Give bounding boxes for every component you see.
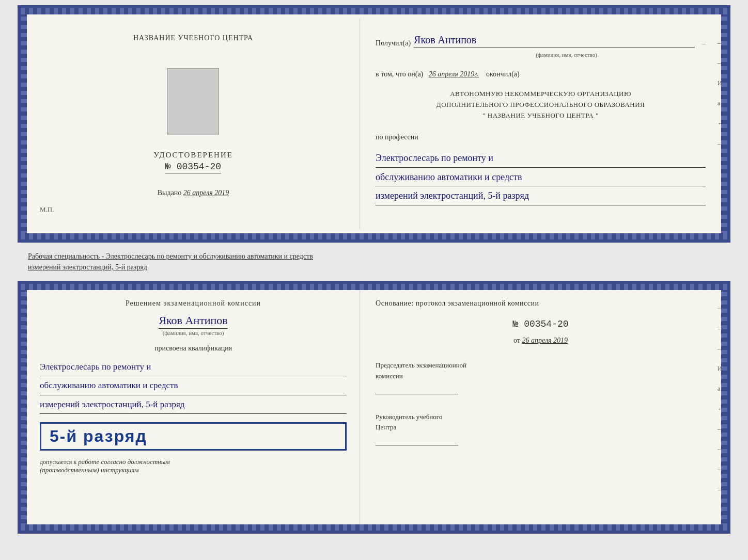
rukovoditel-block: Руководитель учебного Центра — [376, 412, 706, 448]
qual-line2: обслуживанию автоматики и средств — [40, 377, 347, 395]
po-professii: по профессии — [376, 133, 706, 141]
dopuskaetsya-hw2: (производственным) инструкциям — [40, 466, 139, 474]
poluchil-label: Получил(а) — [376, 39, 411, 47]
vtom-line: в том, что он(а) 26 апреля 2019г. окончи… — [376, 70, 706, 78]
middle-line1: Рабочая специальность - Электрослесарь п… — [28, 251, 720, 262]
cert-top-left: НАЗВАНИЕ УЧЕБНОГО ЦЕНТРА УДОСТОВЕРЕНИЕ №… — [27, 19, 360, 229]
ot-label: от — [513, 337, 520, 344]
profession-line1: Электрослесарь по ремонту и — [376, 150, 706, 167]
dopuskaetsya-hw: работе согласно должностным — [78, 458, 170, 466]
predsedatel-signature — [376, 384, 458, 394]
name-sublabel-bottom: (фамилия, имя, отчество) — [40, 330, 347, 336]
vydano-label: Выдано — [158, 189, 182, 197]
poluchil-line: Получил(а) Яков Антипов – — [376, 34, 706, 47]
udostoverenie-title: УДОСТОВЕРЕНИЕ — [153, 151, 233, 159]
recipient-name: Яков Антипов — [414, 34, 695, 47]
cert-number: № 00354-20 — [165, 162, 221, 173]
rukovoditel-subtitle: Центра — [376, 422, 706, 433]
protocol-num: № 00354-20 — [376, 319, 706, 329]
vydano-date: 26 апреля 2019 — [183, 189, 229, 197]
resheniem-text: Решением экзаменационной комиссии — [40, 299, 347, 308]
predsedatel-title: Председатель экзаменационной — [376, 360, 706, 371]
qual-line3: измерений электростанций, 5-й разряд — [40, 396, 347, 414]
razryad-badge: 5-й разряд — [40, 422, 347, 451]
ot-date-value: 26 апреля 2019 — [522, 337, 568, 344]
rukovoditel-signature — [376, 435, 458, 445]
side-labels-top: – – И а ← – — [718, 39, 724, 148]
org-line1: АВТОНОМНУЮ НЕКОММЕРЧЕСКУЮ ОРГАНИЗАЦИЮ — [376, 89, 706, 100]
cert-bottom: Решением экзаменационной комиссии Яков А… — [18, 281, 730, 534]
mp-line: М.П. — [37, 205, 54, 214]
cert-bottom-left: Решением экзаменационной комиссии Яков А… — [27, 284, 360, 531]
prisvoena-text: присвоена квалификация — [40, 344, 347, 353]
org-line3: " НАЗВАНИЕ УЧЕБНОГО ЦЕНТРА " — [376, 110, 706, 121]
cert-bottom-right: Основание: протокол экзаменационной коми… — [360, 284, 721, 531]
predsedatel-subtitle: комиссии — [376, 371, 706, 382]
rukovoditel-title: Руководитель учебного — [376, 412, 706, 423]
predsedatel-block: Председатель экзаменационной комиссии — [376, 360, 706, 396]
cert-top: НАЗВАНИЕ УЧЕБНОГО ЦЕНТРА УДОСТОВЕРЕНИЕ №… — [18, 5, 730, 243]
profession-hw: Электрослесарь по ремонту и обслуживанию… — [376, 150, 706, 206]
org-block: АВТОНОМНУЮ НЕКОММЕРЧЕСКУЮ ОРГАНИЗАЦИЮ ДО… — [376, 89, 706, 121]
middle-line2: измерений электростанций, 5-й разряд — [28, 262, 720, 273]
udostoverenie-block: УДОСТОВЕРЕНИЕ № 00354-20 — [153, 151, 233, 173]
cert-bottom-inner: Решением экзаменационной комиссии Яков А… — [27, 284, 721, 531]
dopuskaetsya-label: допускается к — [40, 458, 76, 466]
vydano-line: Выдано 26 апреля 2019 — [158, 189, 229, 197]
cert-top-inner: НАЗВАНИЕ УЧЕБНОГО ЦЕНТРА УДОСТОВЕРЕНИЕ №… — [27, 8, 721, 239]
cert-top-right: Получил(а) Яков Антипов – (фамилия, имя,… — [360, 19, 721, 229]
school-name-top: НАЗВАНИЕ УЧЕБНОГО ЦЕНТРА — [133, 34, 253, 42]
photo-placeholder — [167, 68, 219, 135]
ot-date-block: от 26 апреля 2019 — [376, 337, 706, 345]
bottom-name: Яков Антипов — [159, 314, 227, 329]
org-line2: ДОПОЛНИТЕЛЬНОГО ПРОФЕССИОНАЛЬНОГО ОБРАЗО… — [376, 100, 706, 110]
page-wrapper: НАЗВАНИЕ УЧЕБНОГО ЦЕНТРА УДОСТОВЕРЕНИЕ №… — [18, 5, 730, 534]
vtom-label: в том, что он(а) — [376, 70, 423, 78]
left-stripe-bottom — [21, 284, 27, 531]
completion-date: 26 апреля 2019г. — [429, 70, 479, 78]
profession-line3: измерений электростанций, 5-й разряд — [376, 187, 706, 205]
profession-line2: обслуживанию автоматики и средств — [376, 169, 706, 186]
name-sublabel-top: (фамилия, имя, отчество) — [427, 52, 706, 58]
dopuskaetsya-text: допускается к работе согласно должностны… — [40, 458, 347, 474]
name-block-bottom: Яков Антипов (фамилия, имя, отчество) — [40, 314, 347, 336]
qual-line1: Электрослесарь по ремонту и — [40, 359, 347, 376]
okonchil-label: окончил(а) — [486, 70, 520, 78]
side-labels-bottom: – – – И а ← – – – – — [718, 305, 724, 493]
middle-text: Рабочая специальность - Электрослесарь п… — [18, 247, 730, 277]
qualification-hw: Электрослесарь по ремонту и обслуживанию… — [40, 359, 347, 415]
osnovanie-text: Основание: протокол экзаменационной коми… — [376, 299, 706, 308]
left-stripe-top — [21, 8, 27, 239]
